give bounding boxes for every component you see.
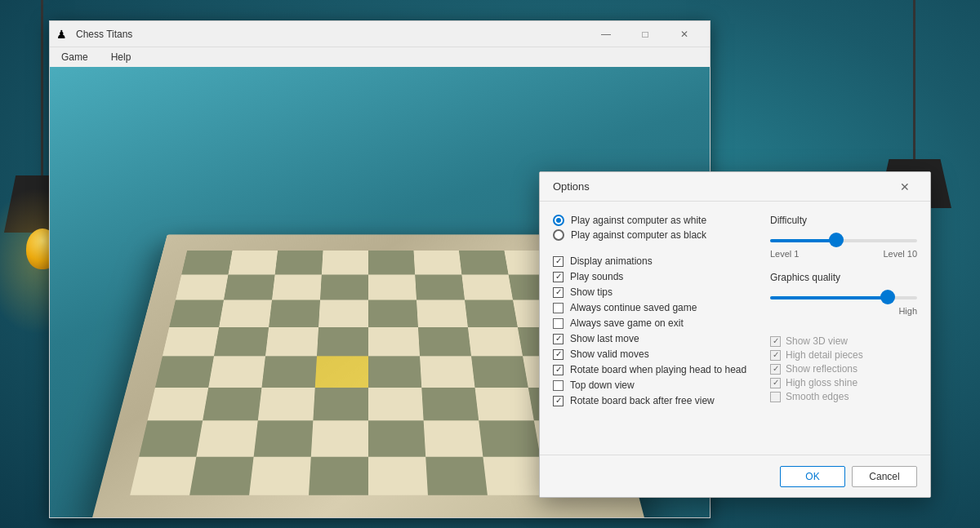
- cell-a4[interactable]: [155, 356, 214, 387]
- cell-b1[interactable]: [189, 456, 253, 495]
- cell-b4[interactable]: [208, 356, 265, 387]
- cell-c7[interactable]: [272, 274, 322, 299]
- cell-g4[interactable]: [471, 356, 528, 387]
- cell-e4[interactable]: [368, 356, 421, 387]
- cell-c2[interactable]: [254, 420, 314, 456]
- cell-d3[interactable]: [313, 387, 368, 420]
- checkbox-input-save-on-exit[interactable]: [553, 318, 564, 329]
- cell-g2[interactable]: [479, 420, 540, 456]
- graphics-checkbox-input-show3d[interactable]: [770, 336, 781, 347]
- radio-play-black[interactable]: Play against computer as black: [553, 229, 754, 241]
- cell-f3[interactable]: [421, 387, 479, 420]
- cell-f2[interactable]: [424, 420, 483, 456]
- cell-e5[interactable]: [368, 327, 420, 357]
- cell-f8[interactable]: [413, 251, 461, 274]
- checkbox-input-tips[interactable]: [553, 287, 564, 298]
- checkbox-input-sounds[interactable]: [553, 272, 564, 282]
- radio-input-white[interactable]: [553, 215, 564, 226]
- cell-a8[interactable]: [181, 251, 232, 274]
- cell-d6[interactable]: [318, 300, 368, 327]
- cell-d4[interactable]: [315, 356, 368, 387]
- cell-a1[interactable]: [130, 456, 196, 495]
- checkbox-input-rotate-free-view[interactable]: [553, 396, 564, 406]
- checkbox-input-continue-saved[interactable]: [553, 303, 564, 313]
- cell-g8[interactable]: [459, 251, 509, 274]
- checkbox-rotate-free-view[interactable]: Rotate board back after free view: [553, 395, 754, 406]
- cell-b6[interactable]: [219, 300, 272, 327]
- cell-b2[interactable]: [196, 420, 257, 456]
- cell-d8[interactable]: [322, 251, 368, 274]
- difficulty-slider-track[interactable]: [770, 239, 917, 242]
- cell-g7[interactable]: [461, 274, 513, 299]
- checkbox-valid-moves[interactable]: Show valid moves: [553, 348, 754, 360]
- cell-d5[interactable]: [317, 327, 368, 357]
- cell-b8[interactable]: [228, 251, 278, 274]
- cell-g1[interactable]: [483, 456, 546, 495]
- radio-input-black[interactable]: [553, 229, 564, 241]
- checkbox-input-valid-moves[interactable]: [553, 349, 564, 360]
- cell-e2[interactable]: [368, 420, 425, 456]
- cell-a2[interactable]: [139, 420, 203, 456]
- cell-f7[interactable]: [415, 274, 465, 299]
- graphics-checkbox-input-smooth-edges[interactable]: [770, 392, 781, 402]
- checkbox-sounds[interactable]: Play sounds: [553, 271, 754, 282]
- checkbox-continue-saved[interactable]: Always continue saved game: [553, 302, 754, 313]
- cell-g5[interactable]: [468, 327, 523, 357]
- cell-b7[interactable]: [224, 274, 275, 299]
- graphics-checkbox-high-gloss[interactable]: High gloss shine: [770, 377, 917, 388]
- cell-e7[interactable]: [368, 274, 416, 299]
- ok-button[interactable]: OK: [780, 466, 845, 487]
- checkbox-tips[interactable]: Show tips: [553, 286, 754, 298]
- checkbox-input-rotate-head-to-head[interactable]: [553, 365, 564, 375]
- checkbox-last-move[interactable]: Show last move: [553, 333, 754, 344]
- cell-d1[interactable]: [309, 456, 368, 495]
- checkbox-top-down[interactable]: Top down view: [553, 379, 754, 391]
- menu-help[interactable]: Help: [106, 50, 136, 64]
- menu-game[interactable]: Game: [56, 50, 93, 64]
- checkbox-input-top-down[interactable]: [553, 380, 564, 391]
- chess-maximize-button[interactable]: □: [626, 21, 664, 47]
- cell-a6[interactable]: [169, 300, 224, 327]
- cell-d2[interactable]: [311, 420, 368, 456]
- cell-e1[interactable]: [368, 456, 428, 495]
- cell-f4[interactable]: [420, 356, 474, 387]
- graphics-quality-slider-track[interactable]: [770, 296, 917, 299]
- cell-c6[interactable]: [269, 300, 320, 327]
- graphics-checkbox-show3d[interactable]: Show 3D view: [770, 335, 917, 347]
- cell-e3[interactable]: [368, 387, 424, 420]
- graphics-checkbox-input-high-gloss[interactable]: [770, 378, 781, 388]
- checkbox-animations[interactable]: Display animations: [553, 255, 754, 267]
- chess-close-button[interactable]: ✕: [666, 21, 703, 47]
- cell-e8[interactable]: [368, 251, 415, 274]
- chess-minimize-button[interactable]: —: [587, 21, 625, 47]
- cell-c8[interactable]: [275, 251, 323, 274]
- cancel-button[interactable]: Cancel: [852, 466, 917, 487]
- cell-c1[interactable]: [249, 456, 311, 495]
- cell-f1[interactable]: [425, 456, 488, 495]
- cell-f5[interactable]: [418, 327, 471, 357]
- cell-c5[interactable]: [265, 327, 318, 357]
- cell-g6[interactable]: [465, 300, 518, 327]
- difficulty-slider-thumb[interactable]: [829, 233, 844, 247]
- cell-b3[interactable]: [203, 387, 261, 420]
- graphics-quality-slider-thumb[interactable]: [880, 290, 895, 304]
- cell-c4[interactable]: [262, 356, 317, 387]
- cell-a7[interactable]: [176, 274, 228, 299]
- dialog-close-button[interactable]: ✕: [893, 175, 917, 199]
- graphics-checkbox-high-detail[interactable]: High detail pieces: [770, 349, 917, 361]
- cell-a3[interactable]: [148, 387, 209, 420]
- graphics-checkbox-input-reflections[interactable]: [770, 364, 781, 375]
- checkbox-rotate-head-to-head[interactable]: Rotate board when playing head to head: [553, 364, 754, 375]
- checkbox-input-last-move[interactable]: [553, 334, 564, 344]
- graphics-checkbox-input-high-detail[interactable]: [770, 350, 781, 361]
- checkbox-save-on-exit[interactable]: Always save game on exit: [553, 317, 754, 329]
- cell-c3[interactable]: [258, 387, 315, 420]
- cell-b5[interactable]: [214, 327, 269, 357]
- graphics-checkbox-reflections[interactable]: Show reflections: [770, 363, 917, 375]
- cell-d7[interactable]: [320, 274, 368, 299]
- graphics-checkbox-smooth-edges[interactable]: Smooth edges: [770, 391, 917, 402]
- checkbox-input-animations[interactable]: [553, 256, 564, 267]
- cell-g3[interactable]: [474, 387, 533, 420]
- radio-play-white[interactable]: Play against computer as white: [553, 215, 754, 226]
- cell-a5[interactable]: [163, 327, 219, 357]
